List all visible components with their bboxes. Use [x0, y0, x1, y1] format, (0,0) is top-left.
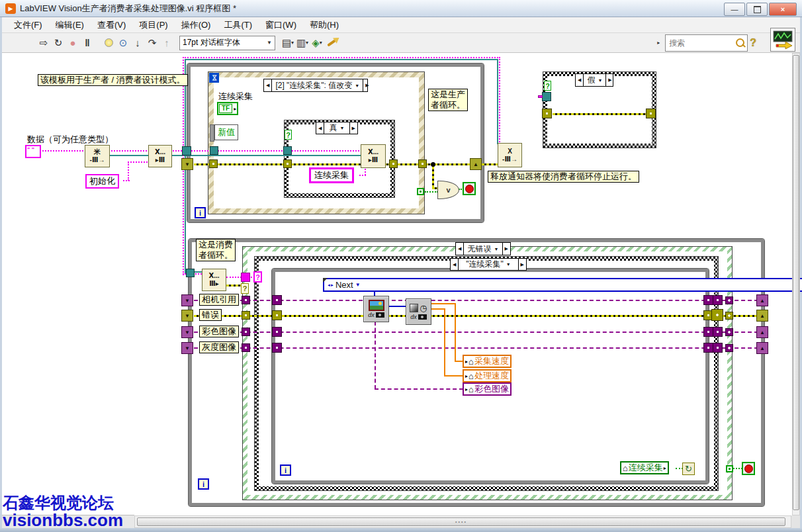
- tunnel: [713, 295, 723, 305]
- free-label-template-note[interactable]: 该模板用于生产者 / 消费者设计模式。: [38, 74, 188, 86]
- run-continuous-button[interactable]: ↻: [52, 36, 65, 50]
- false-case-header[interactable]: ◀ 假▼ ▶: [575, 73, 613, 87]
- tunnel: [283, 159, 292, 168]
- shift-register: ▲: [756, 310, 768, 322]
- consumer-iteration-terminal: i: [198, 478, 209, 490]
- shift-label-camera-ref[interactable]: 相机引用: [199, 294, 239, 306]
- next-case-arrow[interactable]: ▶: [350, 122, 357, 134]
- menu-project[interactable]: 项目(P): [134, 18, 173, 32]
- imaqdx-get-image-node[interactable]: dx: [363, 296, 389, 322]
- string-case-header[interactable]: ◀ "连续采集"▼ ▶: [450, 258, 527, 271]
- consumer-stop-terminal[interactable]: [742, 462, 755, 475]
- free-label-consumer-note[interactable]: 这是消费者循环。: [196, 239, 236, 261]
- continuous-acquire-local[interactable]: 连续采集: [309, 167, 354, 183]
- reorder-button[interactable]: ◈▾: [310, 36, 324, 50]
- local-variable-continuous-acquire[interactable]: ⌂连续采集▸: [620, 461, 669, 474]
- pause-button[interactable]: ‖: [81, 36, 94, 50]
- next-case-arrow[interactable]: ▶: [519, 259, 526, 270]
- imaqdx-timing-node[interactable]: ◷ dx: [406, 298, 431, 325]
- shift-label-color-image[interactable]: 彩色图像: [199, 326, 239, 337]
- tunnel: [209, 159, 218, 168]
- align-objects-button[interactable]: ▤▾: [281, 36, 294, 50]
- enqueue-node[interactable]: Ⅹ...▸Ⅲ: [148, 145, 172, 167]
- event-structure-header[interactable]: ◀ [2] "连续采集": 值改变▼ ▶: [263, 79, 368, 92]
- shift-label-gray-image[interactable]: 灰度图像: [199, 341, 239, 353]
- menu-window[interactable]: 窗口(W): [260, 18, 302, 32]
- minimize-button[interactable]: —: [724, 3, 745, 16]
- close-button[interactable]: ×: [769, 3, 797, 16]
- prev-case-arrow[interactable]: ◀: [316, 122, 324, 134]
- new-value-event-data[interactable]: 新值: [214, 124, 238, 140]
- tunnel: [283, 146, 292, 155]
- prev-case-arrow[interactable]: ◀: [264, 79, 271, 91]
- shift-register: ▼: [181, 326, 193, 338]
- wire: [171, 150, 364, 152]
- continuous-acquire-label: 连续采集: [216, 91, 255, 102]
- tunnel: [703, 295, 713, 305]
- horizontal-scrollbar-thumb[interactable]: ••••: [137, 517, 785, 526]
- vi-icon[interactable]: [770, 28, 795, 52]
- dequeue-node[interactable]: Ⅹ...Ⅲ▸: [202, 269, 226, 291]
- local-variable-proc-speed[interactable]: ▸⌂处理速度: [463, 369, 512, 382]
- next-enum-constant[interactable]: ◄►Next▼: [323, 278, 802, 292]
- tunnel: [703, 327, 713, 337]
- search-icon[interactable]: [736, 38, 744, 47]
- distribute-objects-button[interactable]: ▥▾: [296, 36, 309, 50]
- timeout-terminal[interactable]: ⋈: [209, 73, 219, 83]
- abort-button[interactable]: ●: [66, 36, 79, 50]
- tunnel: [711, 309, 723, 321]
- menu-tools[interactable]: 工具(T): [218, 18, 257, 32]
- enqueue-node-2[interactable]: Ⅹ...▸Ⅲ: [361, 144, 386, 168]
- wire: [40, 150, 86, 152]
- horizontal-scrollbar[interactable]: ••••: [134, 515, 791, 528]
- producer-stop-terminal[interactable]: [463, 182, 476, 195]
- free-label-producer-note[interactable]: 这是生产者循环。: [428, 89, 468, 111]
- labview-window: ▶ LabVIEW Vision生产者消费者采集处理图像.vi 程序框图 * —…: [0, 0, 802, 532]
- font-selector[interactable]: 17pt 对话框字体▼: [179, 36, 275, 50]
- continuous-acquire-terminal[interactable]: TF▸: [217, 102, 238, 115]
- watermark-line2: visionbbs.com: [3, 510, 123, 531]
- shift-label-error[interactable]: 错误: [199, 309, 222, 321]
- cleanup-diagram-button[interactable]: [325, 36, 338, 50]
- local-variable-acq-speed[interactable]: ▸⌂采集速度: [463, 355, 512, 368]
- data-string-control[interactable]: " ": [25, 145, 41, 158]
- lightbulb-icon: [105, 38, 113, 47]
- maximize-button[interactable]: [746, 3, 768, 16]
- inner-loop-condition-terminal[interactable]: ↻: [682, 463, 695, 475]
- prev-case-arrow[interactable]: ◀: [451, 259, 458, 270]
- next-case-arrow[interactable]: ▶: [606, 74, 613, 86]
- run-button[interactable]: ⇨: [37, 36, 50, 50]
- shift-register: ▲: [470, 158, 482, 170]
- vertical-scrollbar[interactable]: [792, 53, 800, 515]
- prev-case-arrow[interactable]: ◀: [576, 74, 583, 86]
- highlight-execution-button[interactable]: [102, 36, 115, 50]
- true-case-header[interactable]: ◀ 真▼ ▶: [316, 122, 358, 134]
- free-label-release-note[interactable]: 释放通知器将使消费者循环停止运行。: [488, 171, 639, 183]
- obtain-queue-node[interactable]: 米-Ⅲ→: [85, 145, 110, 167]
- menu-edit[interactable]: 编辑(E): [50, 18, 89, 32]
- next-case-arrow[interactable]: ▶: [363, 79, 371, 91]
- tunnel: [725, 296, 733, 304]
- menu-operate[interactable]: 操作(O): [176, 18, 216, 32]
- init-label[interactable]: 初始化: [85, 174, 119, 189]
- producer-iteration-terminal: i: [195, 207, 206, 218]
- step-over-button[interactable]: ↷: [146, 36, 159, 50]
- menu-view[interactable]: 查看(V): [92, 18, 131, 32]
- local-variable-color-image[interactable]: ▸⌂彩色图像: [463, 382, 512, 396]
- next-case-arrow[interactable]: ▶: [503, 243, 510, 255]
- wire: [733, 468, 742, 469]
- vertical-scrollbar-thumb[interactable]: [793, 55, 799, 510]
- search-divider-icon: ▸: [657, 40, 660, 46]
- wire: [185, 59, 498, 60]
- no-error-case-header[interactable]: ◀ 无错误▼ ▶: [455, 242, 511, 255]
- release-queue-node[interactable]: X-Ⅲ→: [498, 143, 522, 167]
- prev-case-arrow[interactable]: ◀: [456, 243, 463, 255]
- step-out-button[interactable]: ↑: [160, 36, 173, 50]
- menu-help[interactable]: 帮助(H): [304, 18, 344, 32]
- free-label-data-note[interactable]: 数据（可为任意类型）: [25, 134, 115, 145]
- step-into-button[interactable]: ↓: [131, 36, 144, 50]
- menu-file[interactable]: 文件(F): [9, 18, 48, 32]
- retain-wire-values-button[interactable]: ⊙: [116, 36, 130, 50]
- wire-junction: [431, 162, 435, 167]
- help-icon[interactable]: ?: [750, 37, 756, 49]
